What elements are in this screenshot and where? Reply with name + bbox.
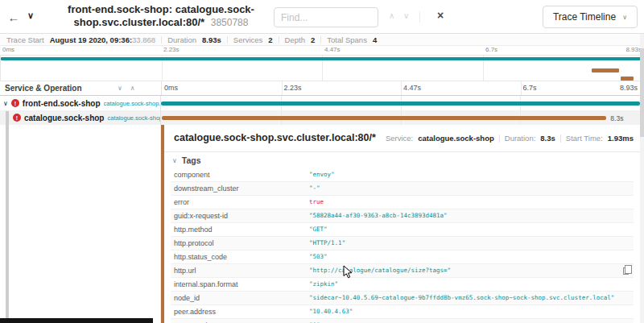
tag-row[interactable]: guid:x-request-id"58828a44-af30-9363-a8c… xyxy=(171,209,634,223)
back-arrow-icon: ← xyxy=(8,10,20,24)
services-value: 2 xyxy=(268,35,272,44)
copy-icon[interactable] xyxy=(623,267,629,275)
span-list: ∨ ! front-end.sock-shop catalogue.sock-s… xyxy=(0,96,644,125)
meta-start-time-label: Start Time: xyxy=(566,134,603,143)
span-row-front-end[interactable]: ∨ ! front-end.sock-shop catalogue.sock-s… xyxy=(0,96,644,110)
minimap-span xyxy=(592,68,619,72)
span-timeline-cell[interactable] xyxy=(161,96,640,110)
tag-row[interactable]: component"envoy" xyxy=(171,168,634,182)
tag-key: internal.span.format xyxy=(171,278,306,292)
minimap-canvas[interactable] xyxy=(0,55,644,81)
tree-indent-guide xyxy=(6,111,9,318)
span-name-cell[interactable]: ! catalogue.sock-shop catalogue.sock-sho… xyxy=(0,110,161,125)
expand-all-icon[interactable]: ∧ xyxy=(130,85,135,92)
tag-row[interactable]: internal.span.format"zipkin" xyxy=(171,278,634,292)
chevron-down-icon: ∨ xyxy=(622,14,627,21)
timeline-tick: 0ms xyxy=(164,84,178,92)
span-bar[interactable] xyxy=(162,116,606,120)
tag-key: http.status_code xyxy=(171,251,306,264)
trace-start-value: August 19 2020, 09:36:33.868 xyxy=(50,35,156,44)
timeline-tick: 8.93s xyxy=(620,84,638,92)
tag-key: http.protocol xyxy=(171,237,306,251)
timeline-tick: 4.47s xyxy=(403,84,421,92)
tag-key: peer.address xyxy=(171,305,306,319)
tags-section-toggle[interactable]: ∨ Tags xyxy=(164,152,640,168)
scrollbar-thumb[interactable] xyxy=(640,48,644,137)
collapse-all-icon[interactable]: ∨ xyxy=(118,85,122,92)
error-icon: ! xyxy=(11,99,19,107)
tag-value: "10.40.4.63" xyxy=(306,305,634,319)
find-input[interactable] xyxy=(274,7,378,27)
meta-duration-value: 8.3s xyxy=(540,134,555,143)
total-spans-value: 4 xyxy=(373,35,377,44)
tag-row[interactable]: http.protocol"HTTP/1.1" xyxy=(171,237,634,251)
service-name: front-end.sock-shop xyxy=(23,99,101,108)
span-bar[interactable] xyxy=(161,101,640,106)
divider xyxy=(320,36,321,43)
title-chevron-down-icon[interactable]: ∨ xyxy=(27,10,34,21)
vertical-scrollbar[interactable] xyxy=(640,34,644,323)
tag-value: "sidecar~10.40.5.69~catalogue-9b7ffdd8b-… xyxy=(306,292,634,305)
span-detail-panel: catalogue.sock-shop.svc.cluster.local:80… xyxy=(161,125,640,323)
divider xyxy=(499,135,500,143)
tag-row[interactable]: http.status_code"503" xyxy=(171,251,634,264)
tag-value: "envoy" xyxy=(306,168,634,182)
chevron-down-icon: ∨ xyxy=(172,157,177,164)
divider xyxy=(419,11,420,23)
trace-stats-bar: Trace Start August 19 2020, 09:36:33.868… xyxy=(0,34,644,46)
detail-area: catalogue.sock-shop.svc.cluster.local:80… xyxy=(0,125,644,323)
span-detail-header: catalogue.sock-shop.svc.cluster.local:80… xyxy=(164,125,640,152)
meta-service-value: catalogue.sock-shop xyxy=(418,134,494,143)
tags-table: component"envoy"downstream_cluster"-"err… xyxy=(171,168,634,323)
find-prev-icon[interactable]: ∧ xyxy=(389,11,394,20)
tag-key: error xyxy=(171,196,306,209)
operation-name: catalogue.sock-shop.svc... xyxy=(107,114,160,122)
tag-key: node_id xyxy=(171,292,306,305)
view-selector-button[interactable]: Trace Timeline ∨ xyxy=(543,6,638,28)
tag-value: "503" xyxy=(306,251,634,264)
tag-row[interactable]: node_id"sidecar~10.40.5.69~catalogue-9b7… xyxy=(171,292,634,305)
tag-row[interactable]: request_size"0" xyxy=(171,319,634,323)
span-row-catalogue[interactable]: ! catalogue.sock-shop catalogue.sock-sho… xyxy=(0,110,644,125)
tag-row[interactable]: downstream_cluster"-" xyxy=(171,182,634,196)
meta-duration-label: Duration: xyxy=(505,134,536,143)
tag-key: request_size xyxy=(171,319,306,323)
span-duration-label: 8.3s xyxy=(610,114,623,122)
tag-row[interactable]: http.method"GET" xyxy=(171,223,634,237)
trace-start-datetime: August 19 2020, 09:36: xyxy=(50,35,132,44)
tag-row[interactable]: peer.address"10.40.4.63" xyxy=(171,305,634,319)
timeline-tick: 6.7s xyxy=(485,46,497,53)
services-label: Services xyxy=(233,35,262,44)
span-timeline-cell[interactable]: 8.3s xyxy=(161,110,640,125)
tag-key: http.method xyxy=(171,223,306,237)
tree-controls: ∨ ∧ xyxy=(118,85,135,92)
find-next-icon[interactable]: ∨ xyxy=(403,11,409,20)
tags-table-body: component"envoy"downstream_cluster"-"err… xyxy=(171,168,634,323)
trace-start-label: Trace Start xyxy=(6,35,44,44)
meta-start-time-value: 1.93ms xyxy=(608,134,634,143)
minimap-tick-row: 0ms2.23s4.47s6.7s8.93s xyxy=(0,46,644,55)
timeline-tick: 0ms xyxy=(2,46,14,53)
depth-value: 2 xyxy=(311,35,315,44)
tag-key: downstream_cluster xyxy=(171,182,306,196)
back-button[interactable]: ← xyxy=(5,8,23,26)
total-spans-label: Total Spans xyxy=(327,35,367,44)
find-clear-icon[interactable]: × xyxy=(437,9,444,22)
span-name-cell[interactable]: ∨ ! front-end.sock-shop catalogue.sock-s… xyxy=(0,96,161,110)
span-detail-title: catalogue.sock-shop.svc.cluster.local:80… xyxy=(174,132,376,143)
tag-row[interactable]: errortrue xyxy=(171,196,634,209)
duration-label: Duration xyxy=(167,35,196,44)
view-selector-label: Trace Timeline xyxy=(553,11,616,23)
timeline-header-row: Service & Operation ∨ ∧ 0ms2.23s4.47s6.7… xyxy=(0,81,644,96)
tag-value: "http://catalogue/catalogue/size?tags=" xyxy=(306,264,634,278)
timeline-tick: 6.7s xyxy=(523,84,537,92)
timeline-minimap: 0ms2.23s4.47s6.7s8.93s xyxy=(0,46,644,81)
chevron-down-icon[interactable]: ∨ xyxy=(3,100,8,107)
divider xyxy=(560,135,561,143)
tag-row[interactable]: http.url"http://catalogue/catalogue/size… xyxy=(171,264,634,278)
tag-key: guid:x-request-id xyxy=(171,209,306,223)
service-name: catalogue.sock-shop xyxy=(24,114,104,122)
operation-name: catalogue.sock-shop.svc.clu... xyxy=(104,100,160,107)
gridline xyxy=(282,81,283,95)
timeline-tick: 2.23s xyxy=(284,84,302,92)
